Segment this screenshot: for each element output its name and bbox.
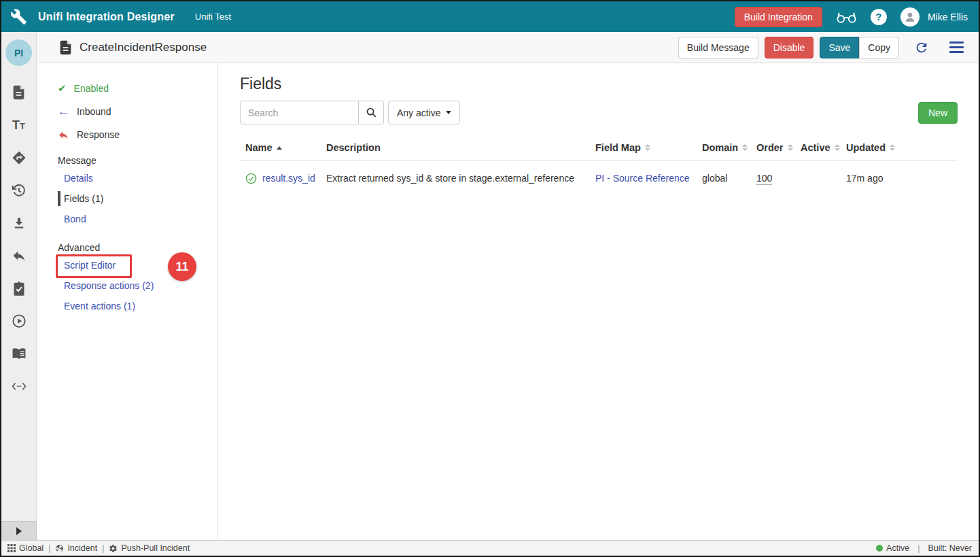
directions-icon[interactable] <box>12 150 27 165</box>
app-window: Unifi Integration Designer Unifi Test Bu… <box>0 0 980 557</box>
table-label: Incident <box>67 543 97 553</box>
menu-icon[interactable] <box>949 41 964 53</box>
response-label: Response <box>77 129 120 140</box>
sort-icon <box>645 144 650 151</box>
separator: | <box>917 543 920 553</box>
active-status-label: Active <box>886 543 909 553</box>
expand-panel-button[interactable] <box>1 521 37 540</box>
column-header-domain[interactable]: Domain <box>702 142 756 153</box>
field-name-link[interactable]: result.sys_id <box>262 173 315 184</box>
documents-icon[interactable] <box>12 85 27 100</box>
advanced-section-title: Advanced <box>37 240 217 255</box>
active-status-icon <box>876 545 883 552</box>
order-editable-value[interactable]: 100 <box>756 173 772 185</box>
sidebar-item-details[interactable]: Details <box>37 168 217 188</box>
build-message-button[interactable]: Build Message <box>678 37 758 58</box>
search-input[interactable] <box>240 101 359 124</box>
build-integration-button[interactable]: Build Integration <box>735 7 822 27</box>
table-row: result.sys_id Extract returned sys_id & … <box>240 161 958 196</box>
search-button[interactable] <box>359 101 384 124</box>
enabled-label: Enabled <box>74 83 109 94</box>
sidebar-item-fields[interactable]: Fields (1) <box>37 188 217 209</box>
column-header-description[interactable]: Description <box>326 142 595 153</box>
updated-time: 17m ago <box>846 173 958 184</box>
icon-rail: PI TT <box>1 32 37 540</box>
download-icon[interactable] <box>12 216 27 231</box>
document-icon <box>59 40 72 55</box>
main-content: Fields Any active New Name Description <box>218 63 979 540</box>
column-header-updated[interactable]: Updated <box>846 142 958 153</box>
fields-table: Name Description Field Map Domain Order … <box>240 135 958 196</box>
record-header: CreateIncidentResponse Build Message Dis… <box>37 32 979 63</box>
tasks-icon[interactable] <box>12 281 27 296</box>
sidebar-item-event-actions[interactable]: Event actions (1) <box>37 296 217 316</box>
page-title: Fields <box>240 75 958 93</box>
check-circle-icon <box>245 173 257 184</box>
reply-icon[interactable] <box>12 248 27 263</box>
sort-icon <box>835 144 840 151</box>
save-button[interactable]: Save <box>820 37 859 58</box>
sidebar-item-response[interactable]: Response <box>37 123 217 146</box>
status-bar: Global | Incident | Push-Pull Incident A… <box>1 540 979 556</box>
new-button[interactable]: New <box>918 102 958 124</box>
field-map-link[interactable]: PI - Source Reference <box>595 173 690 184</box>
arrow-left-icon: ← <box>58 105 69 118</box>
annotation-step-badge: 11 <box>168 252 196 281</box>
help-icon[interactable]: ? <box>871 9 887 25</box>
message-section-title: Message <box>37 153 217 168</box>
record-title: CreateIncidentResponse <box>80 41 207 54</box>
user-name[interactable]: Mike Ellis <box>928 12 968 22</box>
book-icon[interactable] <box>12 346 27 361</box>
active-filter-dropdown[interactable]: Any active <box>388 101 460 124</box>
gear-icon <box>109 544 118 553</box>
column-header-order[interactable]: Order <box>756 142 801 153</box>
sidebar-item-inbound[interactable]: ← Inbound <box>37 100 217 123</box>
integration-label: Push-Pull Incident <box>121 543 190 553</box>
sort-icon <box>890 144 895 151</box>
sort-ascending-icon <box>277 146 282 150</box>
sidebar-item-enabled[interactable]: ✔ Enabled <box>37 77 217 100</box>
field-description: Extract returned sys_id & store in stage… <box>326 173 595 184</box>
separator: | <box>48 543 50 553</box>
app-title: Unifi Integration Designer <box>38 11 175 23</box>
table-item[interactable]: Incident <box>55 543 97 553</box>
copy-button[interactable]: Copy <box>859 37 899 58</box>
user-avatar[interactable] <box>900 7 920 27</box>
grid-icon <box>7 544 16 552</box>
scope-label: Global <box>19 543 43 553</box>
sort-icon <box>788 144 793 151</box>
code-icon[interactable] <box>12 379 27 394</box>
glasses-icon[interactable] <box>836 10 857 24</box>
active-filter-label: Any active <box>397 107 441 118</box>
inbound-label: Inbound <box>77 106 111 117</box>
sort-icon <box>742 144 748 151</box>
history-icon[interactable] <box>12 183 27 198</box>
column-header-name[interactable]: Name <box>240 142 326 153</box>
annotation-highlight-box <box>56 254 132 278</box>
reply-red-icon <box>58 129 69 141</box>
text-fields-icon[interactable]: TT <box>12 118 27 133</box>
field-domain: global <box>702 173 756 184</box>
environment-name: Unifi Test <box>195 12 231 22</box>
column-header-field-map[interactable]: Field Map <box>595 142 702 153</box>
separator: | <box>102 543 104 553</box>
chevron-down-icon <box>446 111 451 114</box>
column-header-active[interactable]: Active <box>801 142 846 153</box>
refresh-icon[interactable] <box>914 40 929 55</box>
built-status-label: Built: Never <box>928 543 972 553</box>
check-icon: ✔ <box>58 82 67 95</box>
scope-item[interactable]: Global <box>7 543 43 553</box>
filter-toolbar: Any active New <box>240 101 958 124</box>
wrench-icon <box>10 8 27 25</box>
top-navbar: Unifi Integration Designer Unifi Test Bu… <box>1 1 979 32</box>
search-icon <box>366 107 377 118</box>
side-navigation: ✔ Enabled ← Inbound Response Message Det… <box>37 63 217 540</box>
pie-circle-icon <box>55 544 64 553</box>
integration-item[interactable]: Push-Pull Incident <box>109 543 190 553</box>
integration-avatar[interactable]: PI <box>5 39 32 66</box>
triangle-right-icon <box>16 527 22 535</box>
disable-button[interactable]: Disable <box>765 37 814 58</box>
sidebar-item-bond[interactable]: Bond <box>37 209 217 229</box>
table-header: Name Description Field Map Domain Order … <box>240 135 958 161</box>
play-circle-icon[interactable] <box>12 314 27 328</box>
